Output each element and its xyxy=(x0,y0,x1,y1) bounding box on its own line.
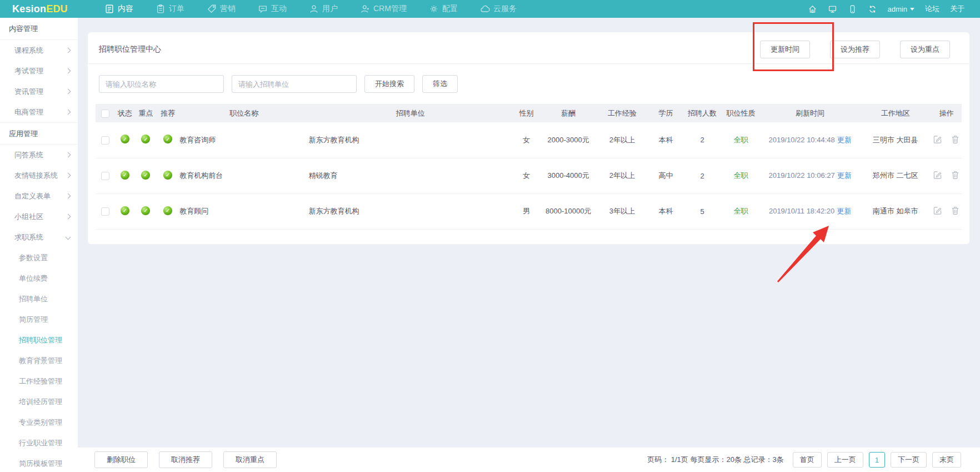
sidebar-item-course-system[interactable]: 课程系统 xyxy=(0,40,78,61)
about-link[interactable]: 关于 xyxy=(950,4,964,14)
position-name-cell: 教育顾问 xyxy=(179,193,308,229)
status-ok-icon[interactable] xyxy=(121,171,129,180)
sidebar-item-group-community[interactable]: 小组社区 xyxy=(0,206,78,227)
col-header-featured: 重点 xyxy=(136,104,156,122)
nav-item-users[interactable]: 用户 xyxy=(309,4,338,14)
delete-icon[interactable] xyxy=(951,170,960,180)
recommended-ok-icon[interactable] xyxy=(163,206,172,215)
update-link[interactable]: 更新 xyxy=(837,207,851,215)
chevron-right-icon xyxy=(66,48,71,53)
sidebar-item-label: 自定义表单 xyxy=(14,191,51,201)
sidebar-item-company-renewal[interactable]: 单位续费 xyxy=(0,268,78,289)
edit-icon[interactable] xyxy=(933,135,942,144)
col-header-position-name: 职位名称 xyxy=(179,104,308,122)
first-page-button[interactable]: 首页 xyxy=(793,452,822,468)
nav-item-settings[interactable]: 配置 xyxy=(429,4,458,14)
sidebar-item-resume-management[interactable]: 简历管理 xyxy=(0,309,78,330)
content-icon xyxy=(104,4,114,14)
nav-item-marketing[interactable]: 营销 xyxy=(207,4,236,14)
nav-item-content[interactable]: 内容 xyxy=(104,4,133,14)
cancel-recommended-button[interactable]: 取消推荐 xyxy=(159,451,212,468)
last-page-button[interactable]: 末页 xyxy=(932,452,961,468)
status-ok-icon[interactable] xyxy=(121,135,129,143)
prev-page-button[interactable]: 上一页 xyxy=(827,452,863,468)
row-checkbox[interactable] xyxy=(101,136,109,145)
company-input[interactable] xyxy=(232,75,357,93)
current-page-button[interactable]: 1 xyxy=(869,452,885,468)
sidebar-item-friend-links-system[interactable]: 友情链接系统 xyxy=(0,165,78,186)
footer-actions: 删除职位 取消推荐 取消重点 xyxy=(78,451,277,468)
sidebar-item-job-position-management[interactable]: 招聘职位管理 xyxy=(0,330,78,350)
sidebar-item-work-experience-management[interactable]: 工作经验管理 xyxy=(0,371,78,391)
company-cell: 新东方教育机构 xyxy=(308,193,512,229)
work-area-cell: 三明市 大田县 xyxy=(859,122,931,158)
monitor-icon[interactable] xyxy=(828,4,837,14)
update-time-button[interactable]: 更新时间 xyxy=(760,41,810,58)
edit-icon[interactable] xyxy=(933,170,942,180)
user-icon xyxy=(309,4,319,14)
operations-cell xyxy=(931,122,962,158)
update-link[interactable]: 更新 xyxy=(837,136,852,144)
operations-cell xyxy=(931,193,962,229)
sidebar-item-exam-management[interactable]: 考试管理 xyxy=(0,61,78,81)
forum-link[interactable]: 论坛 xyxy=(925,4,939,14)
featured-ok-icon[interactable] xyxy=(141,206,150,215)
delete-position-button[interactable]: 删除职位 xyxy=(94,451,148,468)
admin-username: admin xyxy=(888,5,907,13)
featured-ok-icon[interactable] xyxy=(141,135,150,143)
recommended-ok-icon[interactable] xyxy=(163,171,172,180)
next-page-button[interactable]: 下一页 xyxy=(891,452,927,468)
sidebar-section-content-management: 内容管理 xyxy=(0,18,78,40)
col-header-gender: 性别 xyxy=(512,104,541,122)
set-recommended-button[interactable]: 设为推荐 xyxy=(830,41,880,58)
cancel-featured-button[interactable]: 取消重点 xyxy=(223,451,277,468)
edit-icon[interactable] xyxy=(933,206,942,215)
main-content: 招聘职位管理中心 更新时间 设为推荐 设为重点 开始搜索 筛选 xyxy=(78,18,980,472)
header-buttons: 更新时间 设为推荐 设为重点 xyxy=(760,41,950,58)
admin-menu[interactable]: admin xyxy=(888,5,914,13)
chevron-right-icon xyxy=(66,68,71,74)
logo-text-kesion: Kesion xyxy=(12,3,46,14)
gender-cell: 女 xyxy=(512,122,541,158)
sidebar-item-training-experience-management[interactable]: 培训经历管理 xyxy=(0,391,78,412)
sidebar-item-parameter-settings[interactable]: 参数设置 xyxy=(0,247,78,268)
set-featured-button[interactable]: 设为重点 xyxy=(900,41,950,58)
recommended-ok-icon[interactable] xyxy=(163,135,172,143)
search-button[interactable]: 开始搜索 xyxy=(364,75,414,93)
sidebar-item-industry-occupation-management[interactable]: 行业职业管理 xyxy=(0,433,78,453)
status-ok-icon[interactable] xyxy=(121,206,129,215)
nav-item-orders[interactable]: 订单 xyxy=(156,4,184,14)
sidebar-item-custom-forms[interactable]: 自定义表单 xyxy=(0,186,78,206)
headcount-cell: 5 xyxy=(684,193,721,229)
sidebar-item-ecommerce-management[interactable]: 电商管理 xyxy=(0,102,78,122)
sidebar-item-label: 资讯管理 xyxy=(14,87,43,97)
sidebar-item-resume-template-management[interactable]: 简历模板管理 xyxy=(0,453,78,472)
sidebar-item-education-background-management[interactable]: 教育背景管理 xyxy=(0,350,78,371)
sidebar-item-major-category-management[interactable]: 专业类别管理 xyxy=(0,412,78,433)
nav-item-label: 云服务 xyxy=(493,4,517,14)
refresh-time-cell: 2019/10/11 18:42:20更新 xyxy=(761,193,859,229)
nav-item-cloud-services[interactable]: 云服务 xyxy=(480,4,517,14)
mobile-icon[interactable] xyxy=(848,4,857,14)
filter-button[interactable]: 筛选 xyxy=(422,75,458,93)
sidebar-item-label: 小组社区 xyxy=(14,212,43,222)
refresh-icon[interactable] xyxy=(868,4,877,14)
chevron-right-icon xyxy=(66,214,71,220)
sidebar-item-qa-system[interactable]: 问答系统 xyxy=(0,145,78,165)
sidebar-item-recruiting-companies[interactable]: 招聘单位 xyxy=(0,289,78,309)
featured-ok-icon[interactable] xyxy=(141,171,150,180)
sidebar-item-job-system[interactable]: 求职系统 xyxy=(0,227,78,247)
select-all-checkbox[interactable] xyxy=(101,110,109,118)
delete-icon[interactable] xyxy=(951,135,960,144)
nav-item-crm[interactable]: CRM管理 xyxy=(360,4,407,14)
nav-item-interaction[interactable]: 互动 xyxy=(258,4,287,14)
delete-icon[interactable] xyxy=(951,206,960,215)
update-link[interactable]: 更新 xyxy=(837,171,852,180)
footer-bar: 删除职位 取消推荐 取消重点 页码： 1/1页 每页显示：20条 总记录：3条 … xyxy=(78,448,980,472)
salary-cell: 8000-10000元 xyxy=(541,193,596,229)
home-icon[interactable] xyxy=(808,4,817,14)
row-checkbox[interactable] xyxy=(101,207,109,216)
position-name-input[interactable] xyxy=(99,75,224,93)
sidebar-item-news-management[interactable]: 资讯管理 xyxy=(0,81,78,102)
row-checkbox[interactable] xyxy=(101,172,109,180)
